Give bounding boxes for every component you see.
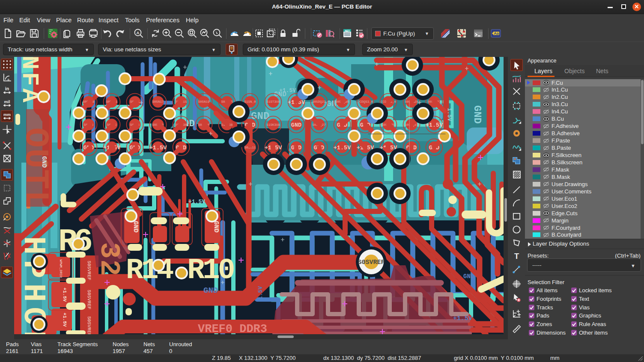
svg-text:in: in bbox=[5, 86, 9, 91]
svg-text:S05N17: S05N17 bbox=[152, 100, 164, 104]
svg-text:+1.5V: +1.5V bbox=[149, 145, 167, 151]
svg-text:S05N19: S05N19 bbox=[198, 100, 209, 104]
svg-text:S1SN_0: S1SN_0 bbox=[244, 100, 256, 104]
svg-text:S1ST3U8: S1ST3U8 bbox=[266, 100, 280, 104]
svg-text:+1.5V: +1.5V bbox=[453, 315, 472, 322]
svg-text:+1.5V: +1.5V bbox=[62, 312, 67, 326]
svg-text:GND: GND bbox=[212, 221, 220, 232]
svg-text:T: T bbox=[514, 252, 519, 261]
svg-text:VREF0 DDR3: VREF0 DDR3 bbox=[198, 323, 267, 334]
svg-text:S0SVREF: S0SVREF bbox=[358, 259, 385, 266]
svg-text:mil: mil bbox=[4, 99, 10, 104]
svg-text:θ: θ bbox=[7, 78, 9, 82]
svg-text:S05DQ23: S05DQ23 bbox=[312, 100, 326, 104]
svg-text:+1.5V: +1.5V bbox=[334, 145, 351, 151]
svg-text:1.5V: 1.5V bbox=[446, 108, 453, 121]
svg-text:GND: GND bbox=[291, 122, 301, 128]
svg-text:WPWM_DRI0: WPWM_DRI0 bbox=[59, 259, 63, 278]
svg-text:GND: GND bbox=[40, 156, 48, 168]
svg-text:1.5V: 1.5V bbox=[257, 286, 264, 300]
svg-text:DCDQS3_0: DCDQS3_0 bbox=[358, 100, 373, 104]
svg-text:NET: NET bbox=[345, 30, 350, 32]
svg-text:+1.5V: +1.5V bbox=[188, 199, 205, 205]
svg-text:GND: GND bbox=[203, 286, 218, 295]
svg-text:GND: GND bbox=[471, 105, 483, 124]
svg-text:+1.5V: +1.5V bbox=[279, 87, 296, 94]
svg-text:+1.5V: +1.5V bbox=[426, 122, 443, 128]
svg-text:S0SVREF: S0SVREF bbox=[86, 261, 92, 280]
svg-text:S0SVREF: S0SVREF bbox=[86, 316, 92, 334]
svg-text:+1.5V: +1.5V bbox=[62, 288, 67, 302]
svg-text:A: A bbox=[137, 30, 140, 35]
svg-text:mm: mm bbox=[3, 112, 11, 117]
svg-text:S0SVREF: S0SVREF bbox=[86, 290, 92, 309]
svg-text:32: 32 bbox=[93, 242, 124, 277]
svg-text:S1SK3U8: S1SK3U8 bbox=[266, 123, 280, 127]
svg-text:GND: GND bbox=[132, 221, 139, 232]
svg-text:Aa: Aa bbox=[494, 31, 499, 36]
svg-text:GND: GND bbox=[463, 273, 474, 280]
